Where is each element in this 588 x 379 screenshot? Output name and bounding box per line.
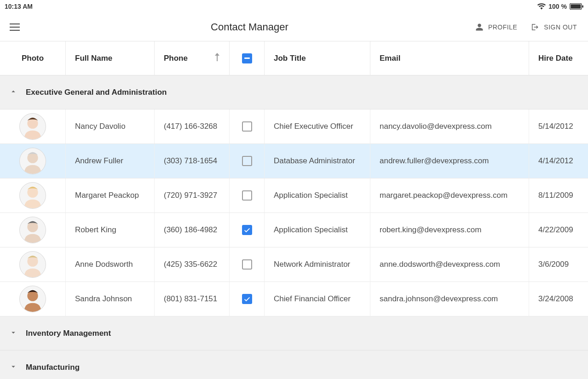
cell-fullname: Robert King — [66, 213, 155, 247]
signout-icon — [530, 23, 539, 31]
table-body: Executive General and Administration Nan… — [0, 75, 588, 379]
cell-hiredate: 5/14/2012 — [529, 109, 588, 144]
chevron-up-icon — [9, 87, 17, 98]
cell-jobtitle: Chief Financial Officer — [265, 282, 370, 316]
table-row[interactable]: Anne Dodsworth (425) 335-6622 Network Ad… — [0, 247, 588, 282]
cell-select — [230, 178, 265, 212]
battery-icon — [570, 3, 583, 10]
contacts-table: Photo Full Name Phone Job Title Email Hi… — [0, 41, 588, 379]
group-label: Manufacturing — [26, 363, 80, 372]
cell-photo — [0, 109, 66, 144]
table-row[interactable]: Andrew Fuller (303) 718-1654 Database Ad… — [0, 144, 588, 178]
cell-hiredate: 3/24/2008 — [529, 282, 588, 316]
battery-percent: 100 % — [548, 3, 567, 10]
group-label: Executive General and Administration — [26, 88, 167, 97]
profile-button[interactable]: PROFILE — [475, 23, 517, 31]
cell-select — [230, 247, 265, 281]
table-row[interactable]: Margaret Peackop (720) 971-3927 Applicat… — [0, 178, 588, 213]
signout-label: SIGN OUT — [544, 23, 577, 31]
signout-button[interactable]: SIGN OUT — [530, 23, 577, 31]
cell-photo — [0, 144, 66, 178]
col-header-photo[interactable]: Photo — [0, 41, 66, 75]
row-checkbox[interactable] — [242, 156, 252, 166]
cell-hiredate: 4/14/2012 — [529, 144, 588, 178]
cell-email: sandra.johnson@devexpress.com — [370, 282, 529, 316]
cell-select — [230, 109, 265, 144]
group-row[interactable]: Executive General and Administration — [0, 75, 588, 109]
col-header-hiredate-label: Hire Date — [538, 54, 573, 63]
person-icon — [475, 23, 484, 31]
row-checkbox[interactable] — [242, 294, 252, 304]
cell-email: anne.dodsworth@devexpress.com — [370, 247, 529, 281]
avatar — [19, 217, 46, 243]
col-header-select[interactable] — [230, 41, 265, 75]
chevron-down-icon — [9, 362, 17, 373]
svg-rect-1 — [571, 4, 581, 9]
cell-fullname: Nancy Davolio — [66, 109, 155, 144]
app-bar: Contact Manager PROFILE SIGN OUT — [0, 13, 588, 41]
cell-fullname: Anne Dodsworth — [66, 247, 155, 281]
avatar — [19, 182, 46, 209]
col-header-hiredate[interactable]: Hire Date — [529, 41, 588, 75]
row-checkbox[interactable] — [242, 259, 252, 270]
cell-phone: (360) 186-4982 — [155, 213, 230, 247]
col-header-fullname[interactable]: Full Name — [66, 41, 155, 75]
svg-rect-4 — [10, 26, 20, 27]
row-checkbox[interactable] — [242, 225, 252, 235]
cell-jobtitle: Application Specialist — [265, 213, 370, 247]
cell-email: robert.king@devexpress.com — [370, 213, 529, 247]
cell-jobtitle: Chief Executive Officer — [265, 109, 370, 144]
cell-photo — [0, 282, 66, 316]
cell-email: nancy.davolio@devexpress.com — [370, 109, 529, 144]
chevron-down-icon — [9, 328, 17, 339]
row-checkbox[interactable] — [242, 121, 252, 132]
col-header-email-label: Email — [380, 54, 400, 63]
table-row[interactable]: Nancy Davolio (417) 166-3268 Chief Execu… — [0, 109, 588, 144]
cell-email: andrew.fuller@devexpress.com — [370, 144, 529, 178]
col-header-fullname-label: Full Name — [75, 54, 112, 63]
cell-hiredate: 8/11/2009 — [529, 178, 588, 212]
cell-fullname: Sandra Johnson — [66, 282, 155, 316]
cell-fullname: Andrew Fuller — [66, 144, 155, 178]
avatar — [19, 113, 46, 140]
sort-asc-icon — [214, 53, 220, 63]
cell-photo — [0, 247, 66, 281]
cell-phone: (417) 166-3268 — [155, 109, 230, 144]
table-row[interactable]: Robert King (360) 186-4982 Application S… — [0, 213, 588, 247]
col-header-phone[interactable]: Phone — [155, 41, 230, 75]
cell-phone: (720) 971-3927 — [155, 178, 230, 212]
table-row[interactable]: Sandra Johnson (801) 831-7151 Chief Fina… — [0, 282, 588, 316]
cell-photo — [0, 178, 66, 212]
table-header: Photo Full Name Phone Job Title Email Hi… — [0, 41, 588, 75]
select-all-checkbox[interactable] — [242, 53, 252, 63]
cell-jobtitle: Database Administrator — [265, 144, 370, 178]
cell-hiredate: 3/6/2009 — [529, 247, 588, 281]
svg-rect-3 — [10, 23, 20, 24]
avatar — [19, 251, 46, 278]
svg-rect-2 — [582, 5, 583, 7]
page-title: Contact Manager — [24, 21, 475, 33]
col-header-jobtitle[interactable]: Job Title — [265, 41, 370, 75]
status-right: 100 % — [537, 3, 583, 10]
cell-phone: (303) 718-1654 — [155, 144, 230, 178]
status-time: 10:13 AM — [5, 3, 33, 10]
profile-label: PROFILE — [488, 23, 517, 31]
col-header-phone-label: Phone — [164, 54, 188, 63]
row-checkbox[interactable] — [242, 190, 252, 201]
wifi-icon — [537, 3, 546, 10]
group-row[interactable]: Inventory Management — [0, 316, 588, 350]
avatar — [19, 148, 46, 174]
cell-jobtitle: Application Specialist — [265, 178, 370, 212]
status-bar: 10:13 AM 100 % — [0, 0, 588, 13]
hamburger-icon — [10, 23, 20, 31]
avatar — [19, 286, 46, 312]
cell-fullname: Margaret Peackop — [66, 178, 155, 212]
group-row[interactable]: Manufacturing — [0, 350, 588, 379]
cell-select — [230, 213, 265, 247]
cell-jobtitle: Network Administrator — [265, 247, 370, 281]
cell-select — [230, 282, 265, 316]
col-header-email[interactable]: Email — [370, 41, 529, 75]
cell-select — [230, 144, 265, 178]
menu-button[interactable] — [6, 18, 24, 36]
svg-rect-5 — [10, 29, 20, 30]
